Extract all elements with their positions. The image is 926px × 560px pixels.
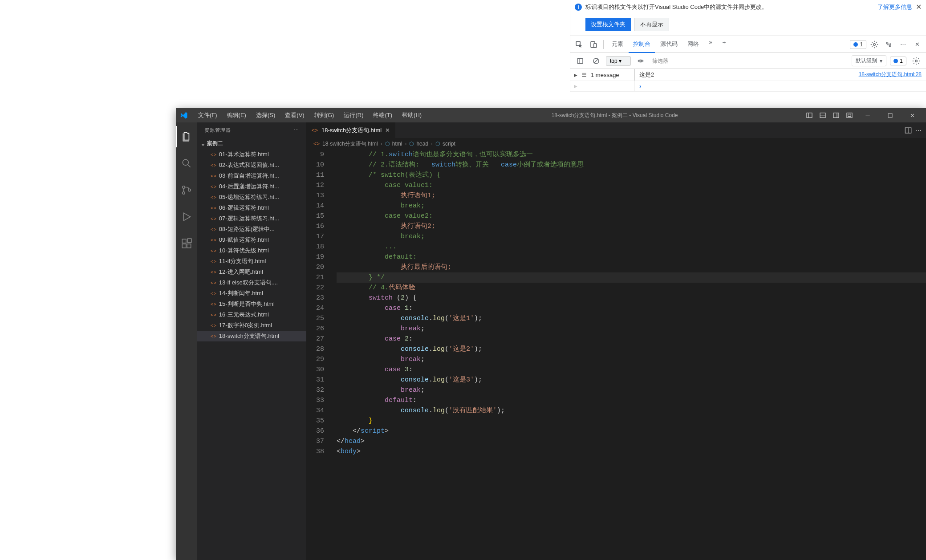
run-debug-icon[interactable] — [176, 206, 197, 227]
level-select[interactable]: 默认级别 ▾ — [852, 55, 886, 66]
file-item[interactable]: <>14-判断闰年.html — [197, 288, 306, 299]
code-content[interactable]: // 1.switch语句也是多分支语句，也可以实现多选一 // 2.语法结构:… — [333, 150, 926, 560]
code-line[interactable]: console.log('没有匹配结果'); — [337, 406, 926, 416]
more-tabs-icon[interactable]: » — [704, 36, 717, 49]
code-line[interactable]: break; — [337, 324, 926, 334]
code-line[interactable]: console.log('这是3'); — [337, 375, 926, 385]
close-icon[interactable]: ✕ — [916, 3, 922, 11]
file-item[interactable]: <>17-数字补0案例.html — [197, 320, 306, 331]
file-item[interactable]: <>01-算术运算符.html — [197, 149, 306, 160]
code-line[interactable]: case value1: — [337, 180, 926, 191]
menu-file[interactable]: 文件(F) — [194, 109, 222, 122]
code-line[interactable]: 执行语句1; — [337, 191, 926, 201]
console-group-2[interactable]: ▶ — [570, 81, 635, 91]
code-line[interactable]: ... — [337, 242, 926, 252]
layout-full-icon[interactable] — [843, 108, 856, 122]
code-line[interactable]: break; — [337, 385, 926, 395]
file-item[interactable]: <>16-三元表达式.html — [197, 309, 306, 320]
code-line[interactable]: console.log('这是2'); — [337, 344, 926, 354]
editor-more-icon[interactable]: ⋯ — [916, 127, 922, 134]
code-line[interactable]: default: — [337, 395, 926, 406]
context-select[interactable]: top ▾ — [606, 56, 631, 66]
file-item[interactable]: <>07-逻辑运算符练习.ht... — [197, 213, 306, 224]
menu-terminal[interactable]: 终端(T) — [369, 109, 397, 122]
file-item[interactable]: <>02-表达式和返回值.ht... — [197, 160, 306, 170]
menu-edit[interactable]: 编辑(E) — [223, 109, 251, 122]
filter-input[interactable] — [650, 56, 848, 66]
file-item[interactable]: <>12-进入网吧.html — [197, 267, 306, 277]
add-tab-icon[interactable]: ＋ — [718, 36, 730, 49]
settings-icon[interactable] — [868, 38, 881, 51]
code-area[interactable]: 9101112131415161718192021222324252627282… — [306, 150, 926, 560]
learn-more-link[interactable]: 了解更多信息 — [877, 3, 912, 11]
menu-select[interactable]: 选择(S) — [252, 109, 280, 122]
search-icon[interactable] — [176, 153, 197, 174]
device-icon[interactable] — [587, 38, 600, 51]
live-expr-icon[interactable] — [634, 55, 647, 67]
code-line[interactable]: // 4.代码体验 — [337, 283, 926, 293]
tab-network[interactable]: 网络 — [683, 36, 703, 53]
code-line[interactable]: } — [337, 416, 926, 426]
code-line[interactable]: // 2.语法结构: switch转换、开关 case小例子或者选项的意思 — [337, 160, 926, 170]
menu-goto[interactable]: 转到(G) — [310, 109, 339, 122]
file-item[interactable]: <>03-前置自增运算符.ht... — [197, 170, 306, 181]
file-item[interactable]: <>10-算符优先级.html — [197, 245, 306, 256]
console-settings-icon[interactable] — [910, 55, 922, 67]
code-line[interactable]: case 3: — [337, 365, 926, 375]
sidebar-more-icon[interactable]: ⋯ — [294, 127, 299, 133]
file-item[interactable]: <>04-后置递增运算符.ht... — [197, 181, 306, 192]
file-item[interactable]: <>09-赋值运算符.html — [197, 235, 306, 245]
layout-right-icon[interactable] — [830, 108, 842, 122]
file-item[interactable]: <>08-短路运算(逻辑中... — [197, 224, 306, 235]
menu-run[interactable]: 运行(R) — [339, 109, 368, 122]
code-line[interactable]: break; — [337, 354, 926, 365]
code-line[interactable]: case 1: — [337, 303, 926, 313]
code-line[interactable]: console.log('这是1'); — [337, 313, 926, 324]
code-line[interactable]: </head> — [337, 436, 926, 446]
folder-header[interactable]: ⌄ 案例二 — [197, 138, 306, 149]
file-item[interactable]: <>15-判断是否中奖.html — [197, 299, 306, 309]
menu-view[interactable]: 查看(V) — [280, 109, 309, 122]
breadcrumb[interactable]: <> 18-switch分支语句.html › ⬡ html › ⬡ head … — [306, 138, 926, 150]
menu-help[interactable]: 帮助(H) — [398, 109, 426, 122]
code-line[interactable]: case 2: — [337, 334, 926, 344]
tab-console[interactable]: 控制台 — [629, 36, 655, 53]
issues-badge[interactable]: 1 — [850, 40, 866, 49]
code-line[interactable]: case value2: — [337, 211, 926, 221]
more-icon[interactable]: ⋯ — [897, 38, 909, 51]
close-button[interactable]: ✕ — [902, 108, 922, 122]
code-line[interactable]: /* switch(表达式) { — [337, 170, 926, 180]
tab-close-icon[interactable]: ✕ — [385, 127, 390, 134]
code-line[interactable]: </script> — [337, 426, 926, 436]
file-item[interactable]: <>06-逻辑运算符.html — [197, 203, 306, 213]
code-line[interactable]: break; — [337, 231, 926, 242]
explorer-icon[interactable] — [176, 126, 197, 147]
console-group[interactable]: ▶ 1 message — [570, 69, 635, 81]
code-line[interactable]: // 1.switch语句也是多分支语句，也可以实现多选一 — [337, 150, 926, 160]
maximize-button[interactable] — [880, 108, 900, 122]
source-control-icon[interactable] — [176, 179, 197, 201]
sidebar-toggle-icon[interactable] — [574, 55, 586, 67]
code-line[interactable]: 执行最后的语句; — [337, 262, 926, 272]
dock-icon[interactable] — [882, 38, 895, 51]
tab-elements[interactable]: 元素 — [607, 36, 628, 53]
layout-bottom-icon[interactable] — [816, 108, 829, 122]
code-line[interactable]: break; — [337, 201, 926, 211]
minimize-button[interactable]: ─ — [857, 108, 878, 122]
set-root-button[interactable]: 设置根文件夹 — [585, 18, 631, 31]
code-line[interactable]: 执行语句2; — [337, 221, 926, 231]
issues-badge-2[interactable]: 1 — [890, 57, 906, 65]
console-source-link[interactable]: 18-switch分支语句.html:28 — [859, 71, 922, 79]
editor-tab[interactable]: <> 18-switch分支语句.html ✕ — [306, 122, 395, 138]
code-line[interactable]: <body> — [337, 446, 926, 457]
code-line[interactable]: } */ — [337, 272, 926, 283]
clear-console-icon[interactable] — [590, 55, 602, 67]
inspect-icon[interactable] — [573, 38, 585, 51]
file-item[interactable]: <>11-if分支语句.html — [197, 256, 306, 267]
split-editor-icon[interactable] — [904, 126, 912, 134]
extensions-icon[interactable] — [176, 233, 197, 254]
layout-left-icon[interactable] — [803, 108, 816, 122]
dismiss-button[interactable]: 不再显示 — [634, 18, 669, 31]
tab-sources[interactable]: 源代码 — [656, 36, 682, 53]
file-item[interactable]: <>18-switch分支语句.html — [197, 331, 306, 341]
